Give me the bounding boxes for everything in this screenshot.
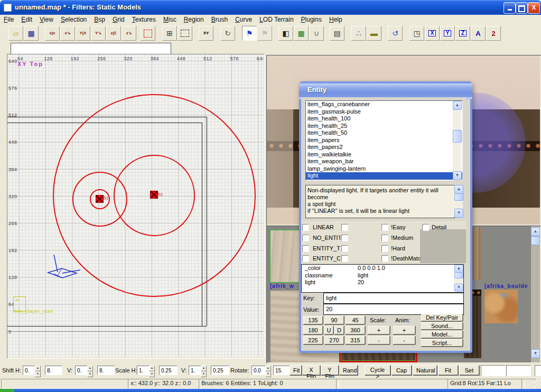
entity-list-item[interactable]: item_papers bbox=[306, 137, 462, 144]
mirror-x-icon[interactable]: x↘ bbox=[60, 26, 75, 41]
shift-h-spinner[interactable]: ▲▼ bbox=[35, 366, 41, 375]
menu-item[interactable]: Edit bbox=[17, 15, 36, 23]
rotate-spinner[interactable]: ▲▼ bbox=[265, 366, 271, 375]
sound-button[interactable]: Sound... bbox=[421, 322, 463, 330]
scrollbar-thumb[interactable] bbox=[531, 236, 540, 245]
mirror-y-icon[interactable]: Y↘ bbox=[91, 26, 106, 41]
flip-z-icon[interactable]: z|Σ bbox=[106, 26, 121, 41]
camera-add-icon[interactable]: ⚑ bbox=[257, 26, 272, 41]
menu-item[interactable]: Curve bbox=[231, 15, 256, 23]
rotate-texture-icon[interactable]: ↻ bbox=[220, 26, 235, 41]
camera-icon[interactable] bbox=[36, 253, 89, 285]
scroll-up-icon[interactable]: ▲ bbox=[531, 227, 540, 236]
scale-h-spinner[interactable]: ▲▼ bbox=[149, 366, 155, 375]
angle-135-button[interactable]: 135 bbox=[303, 316, 323, 324]
axis-y-button[interactable]: Y bbox=[440, 26, 455, 41]
flag-checkbox[interactable] bbox=[341, 245, 348, 252]
minimize-button[interactable] bbox=[503, 2, 516, 14]
fit2-button[interactable]: Fit bbox=[438, 365, 458, 375]
flag-checkbox[interactable] bbox=[302, 235, 309, 241]
angle-225-button[interactable]: 225 bbox=[303, 336, 323, 344]
light-entity[interactable] bbox=[96, 195, 104, 203]
scale-minus-button[interactable]: - bbox=[368, 336, 390, 344]
menu-item[interactable]: Bsp bbox=[90, 15, 109, 23]
entity-list-item[interactable]: item_walkietalkie bbox=[306, 151, 462, 158]
shift-v-spinner[interactable]: ▲▼ bbox=[87, 366, 93, 375]
keyvalue-table[interactable]: _color0.0 0.0 1.0classnamelightlight20 bbox=[301, 264, 464, 293]
keyvalue-row[interactable]: _color0.0 0.0 1.0 bbox=[302, 265, 463, 272]
refresh-icon[interactable]: ↺ bbox=[388, 26, 403, 41]
anim-minus-button[interactable]: - bbox=[393, 336, 415, 344]
region-select-icon[interactable] bbox=[141, 26, 155, 41]
entity-list-scrollbar[interactable]: ▲ ▼ bbox=[453, 101, 461, 179]
invert-icon[interactable]: ◧ bbox=[278, 26, 293, 41]
menu-item[interactable]: Brush bbox=[208, 15, 231, 23]
angle-down-button[interactable]: D bbox=[334, 326, 344, 334]
entity-list-item[interactable]: item_health_50 bbox=[306, 129, 462, 137]
y-flip-button[interactable]: Y Flip bbox=[321, 365, 339, 375]
description-scrollbar[interactable]: ▲ ▼ bbox=[454, 185, 463, 217]
selection-box-icon[interactable] bbox=[178, 26, 192, 41]
texture-image-icon[interactable]: ▦ bbox=[294, 26, 309, 41]
x-flip-button[interactable]: X Flip bbox=[302, 365, 320, 375]
shift-v-step-input[interactable] bbox=[97, 366, 115, 375]
resize-grip[interactable] bbox=[534, 380, 541, 387]
flag-checkbox-easy[interactable] bbox=[381, 224, 388, 231]
entity-list-item[interactable]: item_weapon_bar bbox=[306, 158, 462, 165]
scrollbar-thumb[interactable] bbox=[454, 272, 463, 278]
axis-z-button[interactable]: Z bbox=[455, 26, 470, 41]
hollow-box-icon[interactable]: ⊞ bbox=[162, 26, 177, 41]
shift-h-step-input[interactable] bbox=[45, 366, 62, 375]
model-button[interactable]: Model... bbox=[421, 331, 463, 338]
scale-v-spinner[interactable]: ▲▼ bbox=[201, 366, 207, 375]
texture-thumb[interactable] bbox=[484, 290, 518, 323]
brush-edge[interactable] bbox=[7, 326, 207, 326]
texture-scrollbar[interactable]: ▲ ▼ bbox=[531, 226, 540, 362]
angle-360-button[interactable]: 360 bbox=[346, 326, 365, 334]
flag-checkbox-deathmatch[interactable] bbox=[381, 255, 388, 262]
scroll-down-icon[interactable]: ▼ bbox=[454, 284, 463, 292]
scale-v-step-input[interactable] bbox=[211, 366, 229, 375]
angle-270-button[interactable]: 270 bbox=[324, 336, 344, 344]
cap-button[interactable]: Cap bbox=[391, 365, 412, 375]
scroll-up-icon[interactable]: ▲ bbox=[454, 265, 463, 273]
menu-item[interactable]: Region bbox=[180, 15, 208, 23]
flag-checkbox-linear[interactable] bbox=[302, 224, 309, 231]
menu-item[interactable]: Grid bbox=[109, 15, 128, 23]
flag-checkbox-medium[interactable] bbox=[381, 235, 388, 241]
rotate-step-input[interactable] bbox=[273, 366, 290, 375]
text-tool-icon[interactable]: A bbox=[471, 26, 486, 41]
keyvalue-row[interactable]: light20 bbox=[302, 279, 463, 286]
flip-x-icon[interactable]: x|x bbox=[45, 26, 60, 41]
menu-item[interactable]: Textures bbox=[128, 15, 160, 23]
scroll-up-icon[interactable]: ▲ bbox=[453, 101, 462, 110]
menu-item[interactable]: Plugins bbox=[297, 15, 325, 23]
entity-list-item[interactable]: item_gasmask-pulse bbox=[306, 108, 462, 116]
cycle-button[interactable]: Cycle > bbox=[365, 365, 390, 375]
maximize-button[interactable] bbox=[516, 2, 528, 14]
console-icon[interactable]: ▤ bbox=[330, 26, 344, 41]
ruler-icon[interactable]: ▬ bbox=[367, 26, 381, 41]
menu-item[interactable]: Selection bbox=[57, 15, 90, 23]
entity-link-icon[interactable]: ∴ bbox=[351, 26, 366, 41]
rand-button[interactable]: Rand bbox=[339, 365, 358, 375]
save-icon[interactable]: ▦ bbox=[24, 26, 39, 41]
scrollbar-thumb[interactable] bbox=[453, 130, 462, 143]
menu-item[interactable]: View bbox=[36, 15, 57, 23]
anim-plus-button[interactable]: + bbox=[393, 326, 415, 334]
angle-315-button[interactable]: 315 bbox=[346, 336, 365, 344]
angle-180-button[interactable]: 180 bbox=[303, 326, 323, 334]
xyz-view-icon[interactable]: XY bbox=[199, 26, 213, 41]
flag-checkbox[interactable] bbox=[341, 235, 348, 241]
axis-x-button[interactable]: X bbox=[425, 26, 440, 41]
keyvalue-scrollbar[interactable]: ▲ ▼ bbox=[454, 265, 463, 291]
entity-list-item[interactable]: item_health_100 bbox=[306, 115, 462, 123]
mirror-z-icon[interactable]: z↘ bbox=[122, 26, 136, 41]
flag-checkbox[interactable] bbox=[341, 224, 348, 231]
grid-view-2d[interactable]: XY Top 64128192256320384448512576640 640… bbox=[7, 54, 263, 357]
scrollbar-thumb[interactable] bbox=[454, 193, 463, 201]
fit-button[interactable]: Fit bbox=[290, 365, 302, 375]
rotate-input[interactable] bbox=[251, 366, 267, 375]
light-entity[interactable] bbox=[150, 191, 158, 199]
flag-checkbox[interactable] bbox=[341, 255, 348, 262]
